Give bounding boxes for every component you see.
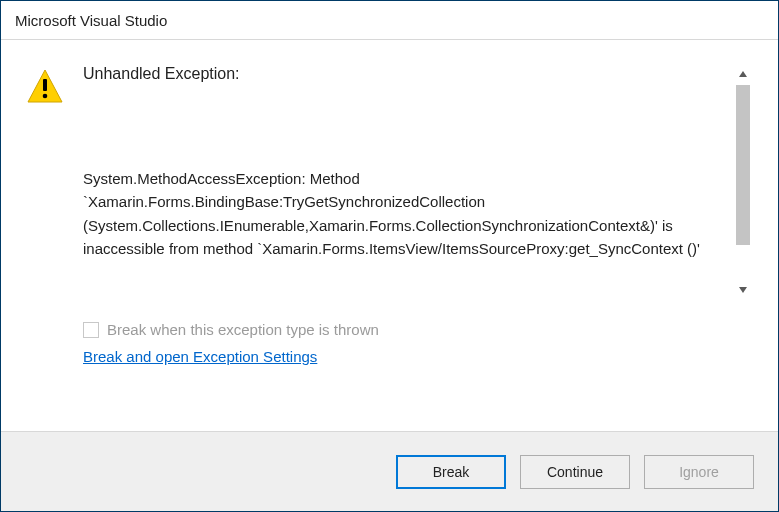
ignore-button: Ignore <box>644 455 754 489</box>
warning-icon <box>27 69 63 106</box>
svg-marker-3 <box>739 71 747 77</box>
vertical-scrollbar[interactable] <box>734 65 752 299</box>
svg-marker-4 <box>739 287 747 293</box>
dialog-content: Unhandled Exception: System.MethodAccess… <box>1 41 778 429</box>
exception-heading: Unhandled Exception: <box>83 65 700 83</box>
continue-button[interactable]: Continue <box>520 455 630 489</box>
svg-rect-1 <box>43 79 47 91</box>
svg-point-2 <box>43 94 48 99</box>
checkbox-icon[interactable] <box>83 322 99 338</box>
button-bar: Break Continue Ignore <box>1 431 778 511</box>
break-button[interactable]: Break <box>396 455 506 489</box>
titlebar: Microsoft Visual Studio <box>1 1 778 40</box>
break-on-throw-checkbox-row[interactable]: Break when this exception type is thrown <box>83 321 752 338</box>
options-block: Break when this exception type is thrown… <box>27 321 752 365</box>
exception-text: System.MethodAccessException: Method `Xa… <box>83 167 700 260</box>
scrollbar-thumb[interactable] <box>736 85 750 245</box>
exception-settings-link[interactable]: Break and open Exception Settings <box>83 348 317 365</box>
scroll-up-icon[interactable] <box>738 67 748 81</box>
scrollbar-track[interactable] <box>736 85 750 279</box>
checkbox-label: Break when this exception type is thrown <box>107 321 379 338</box>
window-title: Microsoft Visual Studio <box>15 12 167 29</box>
message-column: Unhandled Exception: System.MethodAccess… <box>83 65 714 260</box>
exception-settings-link-row: Break and open Exception Settings <box>83 348 752 365</box>
message-row: Unhandled Exception: System.MethodAccess… <box>27 65 752 299</box>
scroll-down-icon[interactable] <box>738 283 748 297</box>
